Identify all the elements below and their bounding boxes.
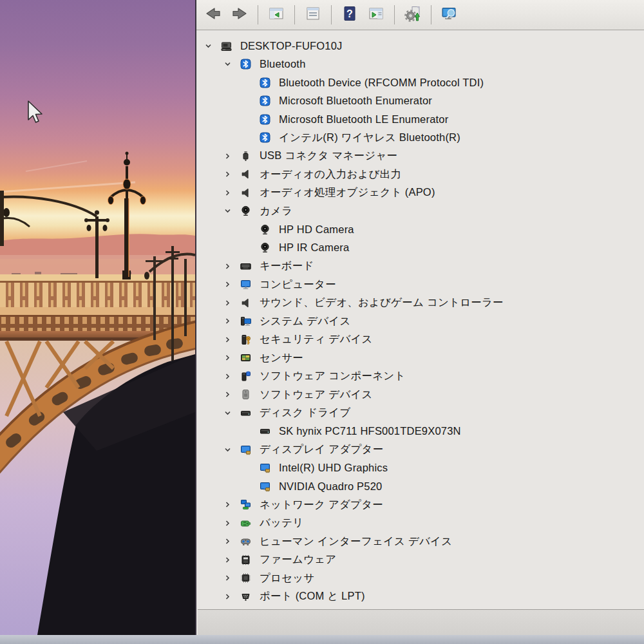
tree-item-label: ソフトウェア デバイス: [256, 388, 373, 402]
chevron-right-icon[interactable]: [223, 151, 240, 160]
tree-item[interactable]: USB コネクタ マネージャー: [198, 147, 644, 166]
tree-item-label: NVIDIA Quadro P520: [275, 480, 382, 493]
camera-icon: [260, 242, 275, 254]
tree-item[interactable]: Bluetooth: [198, 55, 644, 74]
tree-item-label: Microsoft Bluetooth Enumerator: [275, 95, 432, 107]
mouse-cursor: [27, 100, 44, 125]
chevron-spacer: [243, 243, 260, 252]
tree-item[interactable]: センサー: [198, 349, 644, 368]
screen-bezel: [0, 635, 644, 644]
chevron-right-icon[interactable]: [223, 500, 240, 509]
chevron-spacer: [243, 464, 260, 473]
back-button[interactable]: [202, 3, 225, 26]
chevron-right-icon[interactable]: [223, 188, 240, 197]
chevron-down-icon[interactable]: [223, 207, 240, 216]
help-button[interactable]: ?: [338, 3, 361, 26]
toolbar-separator: [394, 5, 395, 24]
chevron-right-icon[interactable]: [223, 354, 240, 363]
chevron-down-icon[interactable]: [204, 41, 221, 50]
action-pane-window-icon: [368, 5, 384, 24]
window-footer: [198, 609, 644, 636]
tree-item[interactable]: Microsoft Bluetooth LE Enumerator: [198, 110, 644, 129]
tree-item[interactable]: ソフトウェア デバイス: [198, 386, 644, 404]
chevron-right-icon[interactable]: [223, 335, 240, 344]
forward-button[interactable]: [228, 3, 251, 26]
tree-item[interactable]: プロセッサ: [198, 569, 644, 588]
tree-item[interactable]: ディスプレイ アダプター: [198, 440, 644, 459]
search-computer-button[interactable]: [438, 3, 461, 26]
chevron-right-icon[interactable]: [223, 574, 240, 583]
audio-icon: [240, 169, 256, 180]
device-tree[interactable]: DESKTOP-FUFO10JBluetoothBluetooth Device…: [198, 30, 644, 609]
tree-item[interactable]: ポート (COM と LPT): [198, 587, 644, 606]
properties-button[interactable]: [301, 3, 325, 26]
console-tree-window-icon: [268, 5, 285, 24]
show-action-pane-button[interactable]: [365, 3, 388, 26]
chevron-spacer: [243, 133, 260, 142]
chevron-right-icon[interactable]: [223, 280, 240, 289]
disk-icon: [260, 426, 275, 437]
tree-item-label: システム デバイス: [256, 314, 350, 328]
tree-item-label: ソフトウェア コンポーネント: [256, 369, 406, 383]
keyboard-icon: [240, 260, 256, 272]
tree-item[interactable]: DESKTOP-FUFO10J: [198, 37, 644, 55]
tree-item-label: コンピューター: [256, 278, 336, 292]
tree-item-label: サウンド、ビデオ、およびゲーム コントローラー: [256, 296, 504, 310]
toolbar-separator: [294, 5, 295, 24]
tree-item-label: オーディオ処理オブジェクト (APO): [256, 185, 435, 200]
tree-item[interactable]: HP HD Camera: [198, 220, 644, 239]
tree-item[interactable]: バッテリ: [198, 514, 644, 533]
tree-item[interactable]: インテル(R) ワイヤレス Bluetooth(R): [198, 129, 644, 147]
chevron-right-icon[interactable]: [223, 317, 240, 326]
disk-icon: [240, 407, 256, 419]
processor-icon: [240, 573, 256, 584]
hid-icon: [240, 536, 256, 547]
tree-item-label: HP IR Camera: [275, 242, 349, 254]
display-icon: [260, 480, 275, 492]
tree-item[interactable]: SK hynix PC711 HFS001TDE9X073N: [198, 422, 644, 441]
tree-item[interactable]: セキュリティ デバイス: [198, 330, 644, 349]
tree-item[interactable]: Microsoft Bluetooth Enumerator: [198, 92, 644, 111]
tree-item[interactable]: Intel(R) UHD Graphics: [198, 459, 644, 478]
monitor-icon: [240, 279, 256, 290]
chevron-down-icon[interactable]: [223, 445, 240, 454]
tree-item[interactable]: コンピューター: [198, 276, 644, 294]
chevron-right-icon[interactable]: [223, 390, 240, 399]
chevron-right-icon[interactable]: [223, 261, 240, 270]
properties-window-icon: [305, 5, 321, 24]
tree-item[interactable]: カメラ: [198, 202, 644, 221]
tree-item-label: セキュリティ デバイス: [256, 332, 373, 346]
tree-item-label: USB コネクタ マネージャー: [256, 149, 397, 163]
display-icon: [260, 462, 275, 474]
chevron-down-icon[interactable]: [223, 60, 240, 69]
tree-item[interactable]: ソフトウェア コンポーネント: [198, 367, 644, 386]
chevron-right-icon[interactable]: [223, 298, 240, 307]
bluetooth-icon: [260, 95, 275, 107]
chevron-spacer: [243, 427, 260, 436]
tree-item-label: Bluetooth Device (RFCOMM Protocol TDI): [275, 77, 484, 89]
tree-item[interactable]: NVIDIA Quadro P520: [198, 477, 644, 496]
tree-item[interactable]: サウンド、ビデオ、およびゲーム コントローラー: [198, 294, 644, 312]
chevron-right-icon[interactable]: [223, 555, 240, 564]
tree-item[interactable]: オーディオ処理オブジェクト (APO): [198, 184, 644, 202]
chevron-right-icon[interactable]: [223, 518, 240, 527]
tree-item[interactable]: システム デバイス: [198, 312, 644, 331]
scan-hardware-changes-button[interactable]: [401, 3, 424, 26]
tree-item[interactable]: ディスク ドライブ: [198, 404, 644, 422]
display-icon: [240, 444, 256, 455]
show-console-tree-button[interactable]: [265, 3, 288, 26]
tree-item[interactable]: ネットワーク アダプター: [198, 496, 644, 515]
tree-item-label: センサー: [256, 351, 303, 365]
chevron-down-icon[interactable]: [223, 408, 240, 417]
chevron-right-icon[interactable]: [223, 170, 240, 179]
tree-item[interactable]: ファームウェア: [198, 551, 644, 569]
tree-item[interactable]: キーボード: [198, 257, 644, 276]
chevron-right-icon[interactable]: [223, 537, 240, 546]
tree-item[interactable]: ヒューマン インターフェイス デバイス: [198, 533, 644, 551]
tree-item[interactable]: Bluetooth Device (RFCOMM Protocol TDI): [198, 73, 644, 92]
tree-item[interactable]: HP IR Camera: [198, 239, 644, 258]
chevron-right-icon[interactable]: [223, 372, 240, 381]
bluetooth-icon: [260, 113, 275, 125]
chevron-right-icon[interactable]: [223, 592, 240, 601]
tree-item[interactable]: オーディオの入力および出力: [198, 166, 644, 184]
